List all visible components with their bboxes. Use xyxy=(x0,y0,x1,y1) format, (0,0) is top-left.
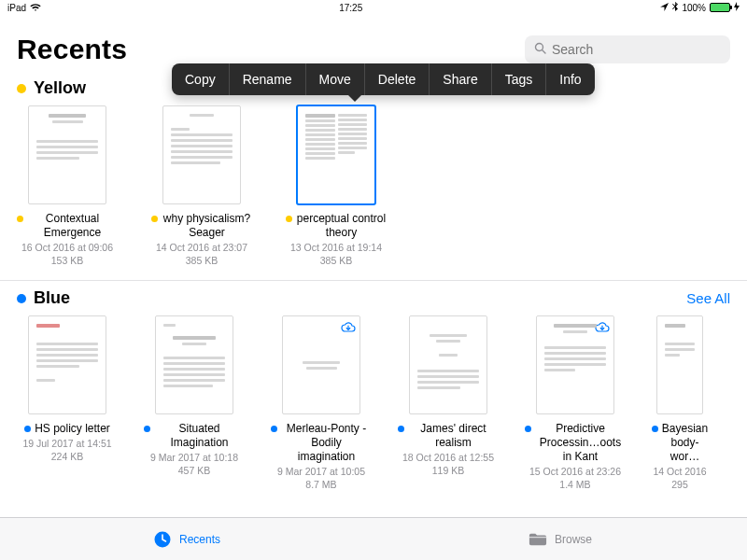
file-date: 9 Mar 2017 at 10:05 xyxy=(277,466,365,477)
file-size: 119 KB xyxy=(432,465,464,476)
tab-label: Browse xyxy=(555,533,592,546)
tag-dot-icon xyxy=(286,216,292,222)
tag-dot-icon xyxy=(525,426,531,432)
page-title: Recents xyxy=(17,34,127,65)
file-date: 13 Oct 2016 at 19:14 xyxy=(290,242,382,253)
device-label: iPad xyxy=(7,3,26,13)
file-name: Situated Imagination xyxy=(154,422,245,450)
file-name: Merleau-Ponty - Bodily imagination xyxy=(281,422,372,464)
tag-dot-icon xyxy=(144,426,150,432)
tag-dot-icon xyxy=(652,426,658,432)
file-name: Bayesian body-wor… xyxy=(662,422,708,464)
battery-icon xyxy=(710,3,730,12)
file-size: 224 KB xyxy=(51,451,83,462)
file-date: 18 Oct 2016 at 12:55 xyxy=(402,452,494,463)
file-thumbnail[interactable] xyxy=(297,105,375,204)
file-item[interactable]: Merleau-Ponty - Bodily imagination 9 Mar… xyxy=(271,315,372,491)
tag-dot-blue xyxy=(17,294,26,303)
file-name: why physicalism? Seager xyxy=(162,212,252,240)
folder-icon xyxy=(529,530,547,549)
search-input[interactable] xyxy=(552,42,721,57)
svg-line-1 xyxy=(543,50,546,54)
tag-dot-icon xyxy=(17,216,23,222)
location-icon xyxy=(660,3,669,13)
charging-icon xyxy=(734,2,740,13)
clock: 17:25 xyxy=(339,3,362,13)
file-size: 153 KB xyxy=(51,255,83,266)
file-date: 19 Jul 2017 at 14:51 xyxy=(22,438,111,449)
tab-label: Recents xyxy=(179,533,220,546)
file-thumbnail[interactable] xyxy=(656,315,703,414)
file-name: Predictive Processin…oots in Kant xyxy=(535,422,626,464)
section-row-yellow: Contextual Emergence 16 Oct 2016 at 09:0… xyxy=(17,105,730,267)
tag-dot-icon xyxy=(398,426,404,432)
file-item[interactable]: Contextual Emergence 16 Oct 2016 at 09:0… xyxy=(17,105,118,267)
file-name: perceptual control theory xyxy=(296,212,387,240)
file-item[interactable]: Bayesian body-wor… 14 Oct 2016295 xyxy=(652,315,708,491)
file-item[interactable]: why physicalism? Seager 14 Oct 2016 at 2… xyxy=(151,105,252,267)
popover-move[interactable]: Move xyxy=(306,63,364,95)
status-bar: iPad 17:25 100% xyxy=(0,0,747,15)
svg-rect-3 xyxy=(529,537,546,538)
popover-copy[interactable]: Copy xyxy=(172,63,229,95)
file-date: 14 Oct 2016 at 23:07 xyxy=(156,242,247,253)
tag-dot-icon xyxy=(151,216,158,222)
file-size: 8.7 MB xyxy=(305,479,336,490)
search-field[interactable] xyxy=(525,35,730,63)
file-item[interactable]: HS policy letter 19 Jul 2017 at 14:51224… xyxy=(17,315,118,491)
section-head-blue: Blue See All xyxy=(17,288,730,308)
popover-rename[interactable]: Rename xyxy=(230,63,305,95)
file-thumbnail[interactable] xyxy=(155,315,233,414)
file-size: 457 KB xyxy=(178,465,210,476)
file-size: 1.4 MB xyxy=(559,479,590,490)
file-thumbnail[interactable] xyxy=(409,315,487,414)
popover-delete[interactable]: Delete xyxy=(365,63,429,95)
file-size: 295 xyxy=(671,479,688,490)
file-date: 14 Oct 2016 xyxy=(653,466,706,477)
clock-icon xyxy=(153,530,172,549)
tab-bar: Recents Browse xyxy=(0,517,747,560)
file-name: Contextual Emergence xyxy=(27,212,118,240)
popover-tags[interactable]: Tags xyxy=(492,63,546,95)
file-thumbnail[interactable] xyxy=(162,105,241,204)
file-item[interactable]: Predictive Processin…oots in Kant 15 Oct… xyxy=(525,315,626,491)
context-popover: Copy Rename Move Delete Share Tags Info xyxy=(172,63,595,95)
file-item[interactable]: Situated Imagination 9 Mar 2017 at 10:18… xyxy=(144,315,245,491)
tab-recents[interactable]: Recents xyxy=(0,518,374,560)
file-size: 385 KB xyxy=(186,255,218,266)
section-label: Blue xyxy=(34,288,70,308)
file-thumbnail[interactable] xyxy=(282,315,360,414)
file-date: 15 Oct 2016 at 23:26 xyxy=(529,466,621,477)
bluetooth-icon xyxy=(672,2,678,13)
see-all-link[interactable]: See All xyxy=(686,290,730,306)
file-date: 9 Mar 2017 at 10:18 xyxy=(150,452,238,463)
tab-browse[interactable]: Browse xyxy=(374,518,747,560)
tag-dot-icon xyxy=(271,426,277,432)
file-item[interactable]: perceptual control theory 13 Oct 2016 at… xyxy=(286,105,387,267)
file-size: 385 KB xyxy=(320,255,352,266)
popover-info[interactable]: Info xyxy=(546,63,594,95)
section-label: Yellow xyxy=(34,78,86,98)
tag-dot-yellow xyxy=(17,84,26,93)
search-icon xyxy=(534,42,546,57)
file-date: 16 Oct 2016 at 09:06 xyxy=(21,242,113,253)
tag-dot-icon xyxy=(24,426,31,432)
file-name: James' direct realism xyxy=(408,422,499,450)
file-thumbnail[interactable] xyxy=(28,315,106,414)
file-name: HS policy letter xyxy=(35,422,110,436)
popover-share[interactable]: Share xyxy=(430,63,490,95)
section-row-blue: HS policy letter 19 Jul 2017 at 14:51224… xyxy=(17,315,730,491)
file-thumbnail[interactable] xyxy=(28,105,106,204)
wifi-icon xyxy=(30,3,41,12)
battery-pct: 100% xyxy=(682,3,706,13)
file-thumbnail[interactable] xyxy=(536,315,614,414)
file-item[interactable]: James' direct realism 18 Oct 2016 at 12:… xyxy=(398,315,499,491)
